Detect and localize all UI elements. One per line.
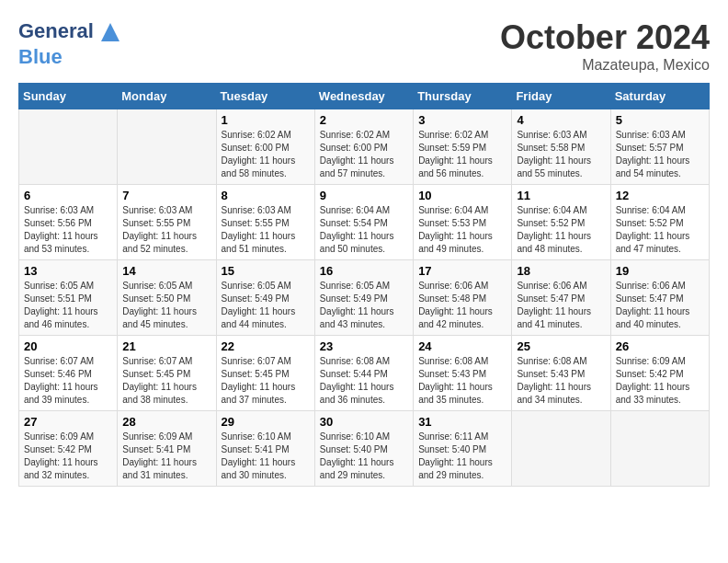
day-info: Sunrise: 6:09 AMSunset: 5:41 PMDaylight:…	[122, 431, 210, 482]
calendar-day-cell: 24Sunrise: 6:08 AMSunset: 5:43 PMDayligh…	[414, 336, 512, 411]
calendar-day-cell: 30Sunrise: 6:10 AMSunset: 5:40 PMDayligh…	[314, 411, 413, 487]
calendar-body: 1Sunrise: 6:02 AMSunset: 6:00 PMDaylight…	[19, 109, 710, 487]
day-number: 17	[418, 264, 506, 278]
day-info: Sunrise: 6:06 AMSunset: 5:47 PMDaylight:…	[517, 280, 605, 331]
day-number: 5	[616, 113, 704, 127]
day-info: Sunrise: 6:11 AMSunset: 5:40 PMDaylight:…	[418, 431, 506, 482]
day-number: 9	[320, 189, 408, 202]
month-title: October 2024	[500, 18, 710, 57]
calendar-day-cell: 16Sunrise: 6:05 AMSunset: 5:49 PMDayligh…	[314, 260, 413, 336]
day-number: 25	[517, 339, 605, 353]
logo-blue: Blue	[18, 45, 63, 68]
day-info: Sunrise: 6:03 AMSunset: 5:55 PMDaylight:…	[122, 204, 210, 256]
calendar-day-cell	[610, 411, 709, 487]
calendar-day-cell: 6Sunrise: 6:03 AMSunset: 5:56 PMDaylight…	[19, 185, 118, 260]
day-number: 30	[320, 415, 408, 429]
calendar-day-cell: 15Sunrise: 6:05 AMSunset: 5:49 PMDayligh…	[216, 260, 314, 336]
calendar-day-cell: 11Sunrise: 6:04 AMSunset: 5:52 PMDayligh…	[512, 185, 610, 260]
day-info: Sunrise: 6:05 AMSunset: 5:49 PMDaylight:…	[320, 280, 408, 331]
page-header: General Blue October 2024 Mazateupa, Mex…	[18, 18, 710, 74]
svg-marker-0	[101, 23, 119, 41]
day-info: Sunrise: 6:06 AMSunset: 5:47 PMDaylight:…	[616, 280, 704, 331]
calendar-day-cell: 31Sunrise: 6:11 AMSunset: 5:40 PMDayligh…	[414, 411, 512, 487]
day-number: 4	[517, 113, 605, 127]
day-info: Sunrise: 6:04 AMSunset: 5:53 PMDaylight:…	[418, 204, 506, 256]
day-info: Sunrise: 6:08 AMSunset: 5:43 PMDaylight:…	[517, 355, 605, 407]
weekday-header: Saturday	[610, 84, 709, 109]
day-info: Sunrise: 6:03 AMSunset: 5:55 PMDaylight:…	[222, 204, 310, 256]
calendar-day-cell: 12Sunrise: 6:04 AMSunset: 5:52 PMDayligh…	[610, 185, 709, 260]
day-number: 28	[122, 415, 210, 429]
day-info: Sunrise: 6:02 AMSunset: 6:00 PMDaylight:…	[222, 129, 310, 180]
day-number: 21	[122, 339, 210, 353]
day-number: 7	[122, 189, 210, 202]
day-number: 3	[418, 113, 506, 127]
day-info: Sunrise: 6:09 AMSunset: 5:42 PMDaylight:…	[616, 355, 704, 407]
calendar-day-cell: 21Sunrise: 6:07 AMSunset: 5:45 PMDayligh…	[118, 336, 216, 411]
day-number: 24	[418, 339, 506, 353]
calendar-table: SundayMondayTuesdayWednesdayThursdayFrid…	[18, 83, 710, 487]
calendar-day-cell	[512, 411, 610, 487]
day-number: 2	[320, 113, 408, 127]
day-number: 31	[418, 415, 506, 429]
day-info: Sunrise: 6:10 AMSunset: 5:40 PMDaylight:…	[320, 431, 408, 482]
calendar-week-row: 20Sunrise: 6:07 AMSunset: 5:46 PMDayligh…	[19, 336, 710, 411]
day-number: 16	[320, 264, 408, 278]
day-number: 26	[616, 339, 704, 353]
calendar-day-cell	[118, 109, 216, 185]
logo-text: General Blue	[18, 18, 124, 68]
day-number: 15	[222, 264, 310, 278]
day-info: Sunrise: 6:07 AMSunset: 5:46 PMDaylight:…	[24, 355, 112, 407]
calendar-day-cell: 8Sunrise: 6:03 AMSunset: 5:55 PMDaylight…	[216, 185, 314, 260]
calendar-day-cell: 9Sunrise: 6:04 AMSunset: 5:54 PMDaylight…	[314, 185, 413, 260]
calendar-day-cell: 13Sunrise: 6:05 AMSunset: 5:51 PMDayligh…	[19, 260, 118, 336]
calendar-week-row: 1Sunrise: 6:02 AMSunset: 6:00 PMDaylight…	[19, 109, 710, 185]
calendar-day-cell: 17Sunrise: 6:06 AMSunset: 5:48 PMDayligh…	[414, 260, 512, 336]
calendar-day-cell: 27Sunrise: 6:09 AMSunset: 5:42 PMDayligh…	[19, 411, 118, 487]
weekday-header: Sunday	[19, 84, 118, 109]
day-info: Sunrise: 6:02 AMSunset: 6:00 PMDaylight:…	[320, 129, 408, 180]
day-info: Sunrise: 6:05 AMSunset: 5:49 PMDaylight:…	[222, 280, 310, 331]
day-number: 1	[222, 113, 310, 127]
calendar-day-cell: 19Sunrise: 6:06 AMSunset: 5:47 PMDayligh…	[610, 260, 709, 336]
calendar-day-cell: 29Sunrise: 6:10 AMSunset: 5:41 PMDayligh…	[216, 411, 314, 487]
weekday-header: Tuesday	[216, 84, 314, 109]
calendar-day-cell: 28Sunrise: 6:09 AMSunset: 5:41 PMDayligh…	[118, 411, 216, 487]
calendar-day-cell: 7Sunrise: 6:03 AMSunset: 5:55 PMDaylight…	[118, 185, 216, 260]
day-number: 18	[517, 264, 605, 278]
day-info: Sunrise: 6:03 AMSunset: 5:58 PMDaylight:…	[517, 129, 605, 180]
calendar-week-row: 6Sunrise: 6:03 AMSunset: 5:56 PMDaylight…	[19, 185, 710, 260]
calendar-day-cell: 23Sunrise: 6:08 AMSunset: 5:44 PMDayligh…	[314, 336, 413, 411]
calendar-day-cell: 20Sunrise: 6:07 AMSunset: 5:46 PMDayligh…	[19, 336, 118, 411]
calendar-day-cell: 14Sunrise: 6:05 AMSunset: 5:50 PMDayligh…	[118, 260, 216, 336]
day-number: 8	[222, 189, 310, 202]
calendar-day-cell: 3Sunrise: 6:02 AMSunset: 5:59 PMDaylight…	[414, 109, 512, 185]
calendar-day-cell: 1Sunrise: 6:02 AMSunset: 6:00 PMDaylight…	[216, 109, 314, 185]
calendar-day-cell: 26Sunrise: 6:09 AMSunset: 5:42 PMDayligh…	[610, 336, 709, 411]
calendar-week-row: 13Sunrise: 6:05 AMSunset: 5:51 PMDayligh…	[19, 260, 710, 336]
weekday-header: Thursday	[414, 84, 512, 109]
day-info: Sunrise: 6:04 AMSunset: 5:54 PMDaylight:…	[320, 204, 408, 256]
calendar-day-cell	[19, 109, 118, 185]
day-info: Sunrise: 6:08 AMSunset: 5:44 PMDaylight:…	[320, 355, 408, 407]
day-number: 29	[222, 415, 310, 429]
day-number: 14	[122, 264, 210, 278]
calendar-day-cell: 10Sunrise: 6:04 AMSunset: 5:53 PMDayligh…	[414, 185, 512, 260]
day-info: Sunrise: 6:10 AMSunset: 5:41 PMDaylight:…	[222, 431, 310, 482]
day-number: 11	[517, 189, 605, 202]
day-number: 19	[616, 264, 704, 278]
weekday-header: Friday	[512, 84, 610, 109]
day-number: 22	[222, 339, 310, 353]
day-info: Sunrise: 6:07 AMSunset: 5:45 PMDaylight:…	[122, 355, 210, 407]
day-info: Sunrise: 6:03 AMSunset: 5:56 PMDaylight:…	[24, 204, 112, 256]
day-info: Sunrise: 6:02 AMSunset: 5:59 PMDaylight:…	[418, 129, 506, 180]
day-info: Sunrise: 6:07 AMSunset: 5:45 PMDaylight:…	[222, 355, 310, 407]
location-subtitle: Mazateupa, Mexico	[500, 57, 710, 74]
day-info: Sunrise: 6:06 AMSunset: 5:48 PMDaylight:…	[418, 280, 506, 331]
calendar-header: SundayMondayTuesdayWednesdayThursdayFrid…	[19, 84, 710, 109]
day-info: Sunrise: 6:03 AMSunset: 5:57 PMDaylight:…	[616, 129, 704, 180]
day-number: 13	[24, 264, 112, 278]
calendar-day-cell: 25Sunrise: 6:08 AMSunset: 5:43 PMDayligh…	[512, 336, 610, 411]
day-info: Sunrise: 6:08 AMSunset: 5:43 PMDaylight:…	[418, 355, 506, 407]
weekday-header: Wednesday	[314, 84, 413, 109]
